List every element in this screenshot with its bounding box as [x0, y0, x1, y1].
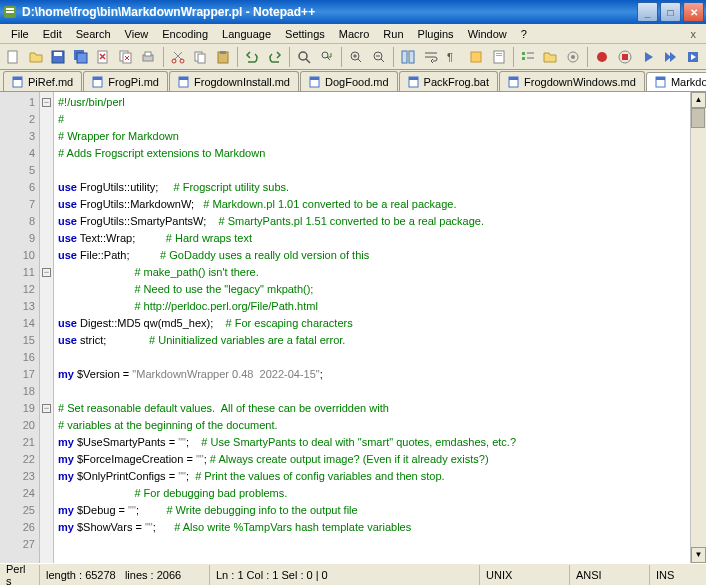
- copy-button[interactable]: [190, 46, 211, 68]
- toolbar: ¶: [0, 44, 706, 70]
- svg-rect-45: [179, 77, 188, 80]
- toolbar-separator: [513, 47, 514, 67]
- toolbar-separator: [587, 47, 588, 67]
- window-title: D:\home\frog\bin\MarkdownWrapper.pl - No…: [22, 5, 635, 19]
- status-eol: UNIX: [480, 565, 570, 585]
- tab-frogdownwindows-md[interactable]: FrogdownWindows.md: [499, 71, 645, 91]
- menu-run[interactable]: Run: [376, 26, 410, 42]
- svg-point-35: [571, 55, 575, 59]
- menu-help[interactable]: ?: [514, 26, 534, 42]
- zoom-out-button[interactable]: [369, 46, 390, 68]
- svg-rect-23: [402, 51, 407, 63]
- toolbar-separator: [393, 47, 394, 67]
- menu-view[interactable]: View: [118, 26, 156, 42]
- tab-piref-md[interactable]: PiRef.md: [3, 71, 82, 91]
- svg-rect-49: [409, 77, 418, 80]
- new-file-button[interactable]: [3, 46, 24, 68]
- status-language: Perl s: [0, 565, 40, 585]
- file-icon: [408, 76, 420, 88]
- play-multiple-button[interactable]: [660, 46, 681, 68]
- status-length: length : 65278 lines : 2066: [40, 565, 210, 585]
- fold-margin[interactable]: − − −: [40, 92, 54, 563]
- vertical-scrollbar[interactable]: ▲ ▼: [690, 92, 706, 563]
- file-icon: [92, 76, 104, 88]
- scroll-up-button[interactable]: ▲: [691, 92, 706, 108]
- play-macro-button[interactable]: [637, 46, 658, 68]
- cut-button[interactable]: [168, 46, 189, 68]
- stop-macro-button[interactable]: [615, 46, 636, 68]
- save-all-button[interactable]: [71, 46, 92, 68]
- file-icon: [508, 76, 520, 88]
- tab-packfrog-bat[interactable]: PackFrog.bat: [399, 71, 498, 91]
- status-position: Ln : 1 Col : 1 Sel : 0 | 0: [210, 565, 480, 585]
- menu-bar: FileEditSearchViewEncodingLanguageSettin…: [0, 24, 706, 44]
- svg-rect-47: [310, 77, 319, 80]
- maximize-button[interactable]: □: [660, 2, 681, 22]
- svg-rect-33: [527, 57, 534, 59]
- menu-language[interactable]: Language: [215, 26, 278, 42]
- svg-rect-12: [145, 52, 151, 56]
- code-content[interactable]: #!/usr/bin/perl## Wrapper for Markdown# …: [54, 92, 690, 563]
- zoom-in-button[interactable]: [346, 46, 367, 68]
- close-file-button[interactable]: [93, 46, 114, 68]
- svg-rect-1: [6, 8, 14, 10]
- replace-button[interactable]: [317, 46, 338, 68]
- svg-rect-41: [13, 77, 22, 80]
- doc-map-button[interactable]: [488, 46, 509, 68]
- menu-file[interactable]: File: [4, 26, 36, 42]
- close-all-button[interactable]: [116, 46, 137, 68]
- tab-label: FrogPi.md: [108, 76, 159, 88]
- menu-window[interactable]: Window: [461, 26, 514, 42]
- save-button[interactable]: [48, 46, 69, 68]
- folder-workspace-button[interactable]: [540, 46, 561, 68]
- tab-label: DogFood.md: [325, 76, 389, 88]
- redo-button[interactable]: [265, 46, 286, 68]
- record-macro-button[interactable]: [592, 46, 613, 68]
- status-encoding: ANSI: [570, 565, 650, 585]
- wordwrap-button[interactable]: [421, 46, 442, 68]
- tab-label: FrogdownWindows.md: [524, 76, 636, 88]
- function-list-button[interactable]: [518, 46, 539, 68]
- tab-markdownwrapper-pl[interactable]: MarkdownWrapper.pl: [646, 72, 706, 92]
- open-file-button[interactable]: [26, 46, 47, 68]
- undo-button[interactable]: [242, 46, 263, 68]
- print-button[interactable]: [138, 46, 159, 68]
- file-icon: [309, 76, 321, 88]
- svg-rect-27: [494, 51, 504, 63]
- toolbar-separator: [341, 47, 342, 67]
- file-icon: [178, 76, 190, 88]
- menu-encoding[interactable]: Encoding: [155, 26, 215, 42]
- sync-vscroll-button[interactable]: [398, 46, 419, 68]
- scroll-thumb[interactable]: [691, 108, 705, 128]
- svg-rect-32: [522, 57, 525, 60]
- tab-frogpi-md[interactable]: FrogPi.md: [83, 71, 168, 91]
- find-button[interactable]: [294, 46, 315, 68]
- status-bar: Perl s length : 65278 lines : 2066 Ln : …: [0, 563, 706, 585]
- tab-label: FrogdownInstall.md: [194, 76, 290, 88]
- tab-frogdowninstall-md[interactable]: FrogdownInstall.md: [169, 71, 299, 91]
- svg-rect-2: [6, 11, 14, 13]
- app-icon: [2, 4, 18, 20]
- show-chars-button[interactable]: ¶: [443, 46, 464, 68]
- tab-dogfood-md[interactable]: DogFood.md: [300, 71, 398, 91]
- scroll-down-button[interactable]: ▼: [691, 547, 706, 563]
- monitor-button[interactable]: [563, 46, 584, 68]
- minimize-button[interactable]: _: [637, 2, 658, 22]
- save-macro-button[interactable]: [682, 46, 703, 68]
- menu-edit[interactable]: Edit: [36, 26, 69, 42]
- menu-macro[interactable]: Macro: [332, 26, 377, 42]
- line-number-gutter: 1234567891011121314151617181920212223242…: [0, 92, 40, 563]
- paste-button[interactable]: [213, 46, 234, 68]
- svg-rect-31: [527, 52, 534, 54]
- mdi-close-icon[interactable]: x: [685, 26, 703, 42]
- editor-area: 1234567891011121314151617181920212223242…: [0, 92, 706, 563]
- svg-rect-24: [409, 51, 414, 63]
- svg-rect-38: [622, 54, 628, 60]
- tab-label: MarkdownWrapper.pl: [671, 76, 706, 88]
- menu-search[interactable]: Search: [69, 26, 118, 42]
- menu-settings[interactable]: Settings: [278, 26, 332, 42]
- close-button[interactable]: ✕: [683, 2, 704, 22]
- title-bar: D:\home\frog\bin\MarkdownWrapper.pl - No…: [0, 0, 706, 24]
- indent-guide-button[interactable]: [466, 46, 487, 68]
- menu-plugins[interactable]: Plugins: [411, 26, 461, 42]
